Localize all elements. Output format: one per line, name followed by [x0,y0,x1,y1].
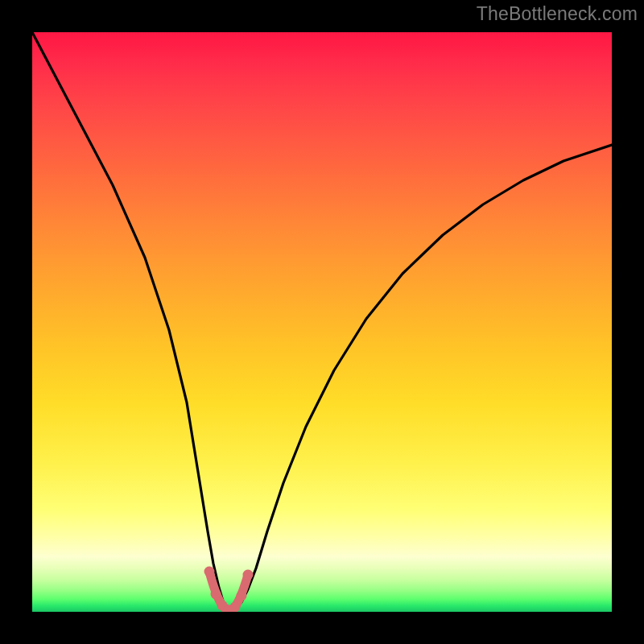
bottleneck-curve [32,32,612,612]
highlight-dot [237,591,247,601]
watermark-text: TheBottleneck.com [477,3,638,25]
plot-area [32,32,612,612]
series-line [32,32,612,609]
chart-frame: TheBottleneck.com [0,0,644,644]
highlight-dot [230,602,241,613]
highlight-dot [211,589,221,600]
highlight-dot [204,567,215,577]
highlight-dot [243,570,254,580]
